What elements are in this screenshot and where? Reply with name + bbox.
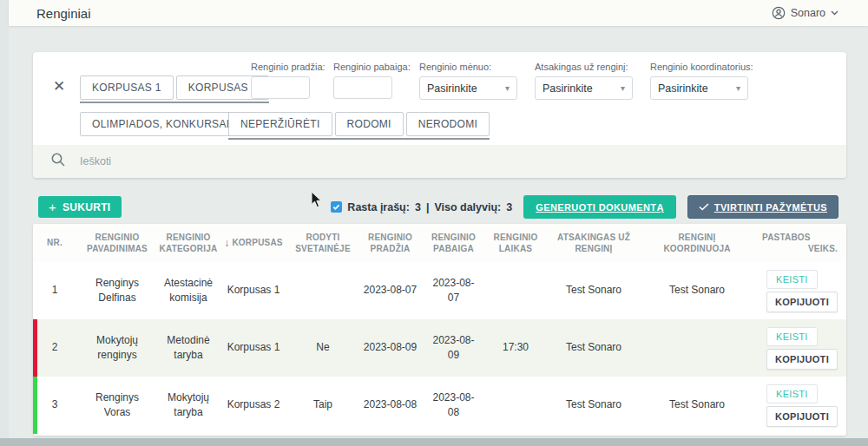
cell-actions: KEISTI KOPIJUOTI [753,262,846,319]
close-filters-icon[interactable]: ✕ [50,78,68,95]
copy-button[interactable]: KOPIJUOTI [766,292,838,312]
column-header-nr: NR. [33,224,76,262]
column-header-responsible[interactable]: ATSAKINGAS UŽ RENGINĮ [547,224,641,262]
cell-category: Atestacinė komisija [158,262,219,319]
copy-button[interactable]: KOPIJUOTI [766,349,838,370]
coordinator-field: Renginio koordinatorius: Pasirinkite ▾ [650,62,753,100]
cell-coordinator [641,319,753,377]
user-menu[interactable]: Sonaro [772,6,838,20]
table-row: 2 Mokytojų renginys Metodinė taryba Korp… [33,319,846,377]
event-start-label: Renginio pradžia: [251,62,326,72]
filter-shown-button[interactable]: RODOMI [335,112,404,136]
cell-end: 2023-08-09 [423,319,484,377]
cell-actions: KEISTI KOPIJUOTI [753,377,846,434]
approve-marked-button[interactable]: TVIRTINTI PAŽYMĖTUS [687,195,838,219]
participants-count: 3 [506,201,512,213]
filter-unreviewed-button[interactable]: NEPERŽIŪRĖTI [228,112,332,136]
events-table: NR. RENGINIO PAVADINIMAS RENGINIO KATEGO… [33,224,846,436]
column-header-category[interactable]: RENGINIO KATEGORIJA [158,224,219,262]
column-header-time[interactable]: RENGINIO LAIKAS [484,224,547,262]
coordinator-label: Renginio koordinatorius: [650,62,753,72]
event-month-field: Renginio mėnuo: Pasirinkite ▾ [419,62,517,100]
column-header-end[interactable]: RENGINIO PABAIGA [423,224,484,262]
filters-panel: ✕ KORPUSAS 1 KORPUSAS 2 Renginio pradžia… [33,52,846,178]
approve-marked-label: TVIRTINTI PAŽYMĖTUS [714,202,827,213]
column-header-korpusas-label: KORPUSAS [232,237,282,249]
column-header-name[interactable]: RENGINIO PAVADINIMAS [76,224,158,262]
cell-start: 2023-08-09 [358,319,423,377]
cell-end: 2023-08-08 [423,377,484,434]
responsible-select[interactable]: Pasirinkite ▾ [535,76,633,100]
chevron-down-icon [831,10,838,16]
coordinator-select[interactable]: Pasirinkite ▾ [650,76,748,100]
copy-button[interactable]: KOPIJUOTI [766,406,838,427]
korpusas-filter-group: KORPUSAS 1 KORPUSAS 2 [80,75,269,100]
column-header-show-on-site[interactable]: RODYTI SVETAINĖJE [288,224,358,262]
summary-separator: | [426,201,430,213]
edit-button[interactable]: KEISTI [766,384,818,403]
edit-button[interactable]: KEISTI [766,270,818,289]
event-end-field: Renginio pabaiga: [333,62,411,99]
column-header-start[interactable]: RENGINIO PRADŽIA [358,224,423,262]
bottom-edge-strip [0,438,868,446]
table-row: 1 Renginys Delfinas Atestacinė komisija … [33,262,846,319]
cell-responsible: Test Sonaro [547,319,641,377]
checkbox-checked-icon[interactable] [331,201,342,213]
responsible-field: Atsakingas už renginį: Pasirinkite ▾ [535,62,633,100]
column-header-coordinator[interactable]: RENGINĮ KOORDINUOJA [641,224,753,262]
cell-korpusas: Korpusas 1 [219,319,288,377]
search-bar [33,145,846,178]
cell-nr: 2 [33,319,76,377]
top-bar: Renginiai Sonaro [9,0,868,26]
cell-time [484,377,547,434]
event-start-input[interactable] [251,76,310,99]
cell-korpusas: Korpusas 1 [219,262,288,319]
plus-icon: + [49,200,56,214]
mouse-cursor-icon [311,191,323,212]
cell-nr: 1 [33,262,76,319]
cell-name: Renginys Delfinas [76,262,158,319]
cell-category: Metodinė taryba [158,319,219,377]
cell-nr: 3 [33,377,76,434]
generate-document-button[interactable]: GENERUOTI DOKUMENTĄ [523,195,676,219]
edit-button[interactable]: KEISTI [766,327,818,346]
found-records-count: 3 [415,201,421,213]
user-avatar-icon [772,6,786,20]
found-records-label: Rasta įrašų: [347,201,410,213]
participants-label: Viso dalyvių: [434,201,501,213]
left-edge-strip [0,0,9,446]
cell-show-on-site: Taip [288,377,358,434]
create-button-label: SUKURTI [62,201,110,213]
cell-actions: KEISTI KOPIJUOTI [753,319,846,377]
search-input[interactable] [80,155,829,167]
select-arrow-icon: ▾ [505,83,510,93]
cell-time [484,262,547,319]
cell-responsible: Test Sonaro [547,377,641,434]
cell-category: Mokytojų taryba [158,377,219,434]
create-button[interactable]: + SUKURTI [38,196,122,218]
user-name: Sonaro [791,7,825,19]
column-header-notes-actions: PASTABOS VEIKS. [753,224,846,262]
cell-coordinator: Test Sonaro [641,262,753,319]
column-header-korpusas[interactable]: ↓ KORPUSAS [219,224,288,262]
filter-korpusas-1-button[interactable]: KORPUSAS 1 [80,75,174,100]
event-month-select[interactable]: Pasirinkite ▾ [419,76,517,100]
cell-end: 2023-08-07 [423,262,484,319]
event-month-label: Renginio mėnuo: [419,62,517,72]
event-end-input[interactable] [333,76,392,99]
cell-time: 17:30 [484,319,547,377]
event-end-label: Renginio pabaiga: [333,62,411,72]
column-header-notes: PASTABOS [762,232,838,244]
cell-start: 2023-08-08 [358,377,423,434]
cell-name: Renginys Voras [76,377,158,434]
filter-hidden-button[interactable]: NERODOMI [406,112,490,136]
table-header-row: NR. RENGINIO PAVADINIMAS RENGINIO KATEGO… [33,224,846,262]
page-title: Renginiai [36,6,91,21]
cell-show-on-site: Ne [288,319,358,377]
coordinator-value: Pasirinkite [658,82,708,95]
select-arrow-icon: ▾ [736,83,740,93]
olympiads-contests-button[interactable]: OLIMPIADOS, KONKURSAI [80,112,241,136]
visibility-filter-group: NEPERŽIŪRĖTI RODOMI NERODOMI [228,112,490,136]
table-row: 3 Renginys Voras Mokytojų taryba Korpusa… [33,377,846,434]
cell-name: Mokytojų renginys [76,319,158,377]
